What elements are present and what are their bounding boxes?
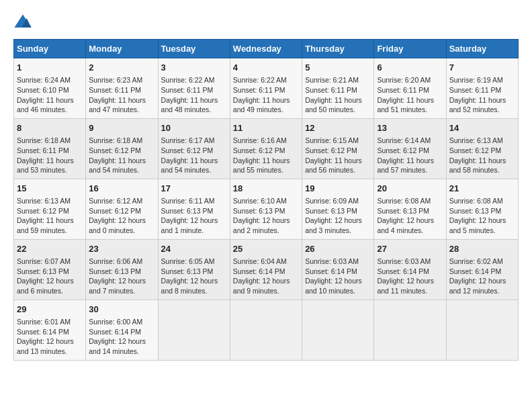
day-detail: Sunrise: 6:24 AMSunset: 6:10 PMDaylight:… <box>17 75 83 115</box>
calendar-table: SundayMondayTuesdayWednesdayThursdayFrid… <box>13 39 519 361</box>
calendar-cell <box>302 300 374 360</box>
calendar-body: 1Sunrise: 6:24 AMSunset: 6:10 PMDaylight… <box>14 58 519 361</box>
day-detail: Sunrise: 6:13 AMSunset: 6:12 PMDaylight:… <box>17 196 83 236</box>
day-detail: Sunrise: 6:12 AMSunset: 6:12 PMDaylight:… <box>89 196 154 236</box>
day-number: 17 <box>161 183 227 195</box>
column-header-saturday: Saturday <box>446 40 518 58</box>
day-number: 20 <box>377 183 443 195</box>
day-number: 25 <box>233 243 299 255</box>
calendar-cell: 11Sunrise: 6:16 AMSunset: 6:12 PMDayligh… <box>230 118 302 179</box>
calendar-cell: 9Sunrise: 6:18 AMSunset: 6:12 PMDaylight… <box>86 118 158 179</box>
calendar-cell: 5Sunrise: 6:21 AMSunset: 6:11 PMDaylight… <box>302 58 374 119</box>
calendar-cell: 16Sunrise: 6:12 AMSunset: 6:12 PMDayligh… <box>86 179 158 239</box>
calendar-cell: 13Sunrise: 6:14 AMSunset: 6:12 PMDayligh… <box>374 118 446 179</box>
day-detail: Sunrise: 6:22 AMSunset: 6:11 PMDaylight:… <box>233 75 299 115</box>
calendar-cell <box>158 300 230 360</box>
calendar-cell: 23Sunrise: 6:06 AMSunset: 6:13 PMDayligh… <box>86 239 158 300</box>
day-number: 5 <box>305 62 371 74</box>
day-detail: Sunrise: 6:18 AMSunset: 6:11 PMDaylight:… <box>17 136 83 175</box>
calendar-cell <box>230 300 302 360</box>
calendar-cell: 19Sunrise: 6:09 AMSunset: 6:13 PMDayligh… <box>302 179 374 239</box>
calendar-week-row: 29Sunrise: 6:01 AMSunset: 6:14 PMDayligh… <box>14 300 519 360</box>
day-detail: Sunrise: 6:08 AMSunset: 6:13 PMDaylight:… <box>449 196 515 236</box>
day-detail: Sunrise: 6:04 AMSunset: 6:14 PMDaylight:… <box>233 257 299 296</box>
day-detail: Sunrise: 6:15 AMSunset: 6:12 PMDaylight:… <box>305 136 371 175</box>
calendar-cell: 1Sunrise: 6:24 AMSunset: 6:10 PMDaylight… <box>14 58 86 119</box>
day-number: 26 <box>305 243 371 255</box>
calendar-cell: 8Sunrise: 6:18 AMSunset: 6:11 PMDaylight… <box>14 118 86 179</box>
day-number: 13 <box>377 122 443 134</box>
column-header-monday: Monday <box>86 40 158 58</box>
day-number: 18 <box>233 183 299 195</box>
day-detail: Sunrise: 6:13 AMSunset: 6:12 PMDaylight:… <box>449 136 515 175</box>
day-number: 28 <box>449 243 515 255</box>
day-detail: Sunrise: 6:08 AMSunset: 6:13 PMDaylight:… <box>377 196 443 236</box>
calendar-cell: 6Sunrise: 6:20 AMSunset: 6:11 PMDaylight… <box>374 58 446 119</box>
page-header <box>13 13 519 32</box>
day-number: 6 <box>377 62 443 74</box>
calendar-cell: 3Sunrise: 6:22 AMSunset: 6:11 PMDaylight… <box>158 58 230 119</box>
day-detail: Sunrise: 6:09 AMSunset: 6:13 PMDaylight:… <box>305 196 371 236</box>
calendar-week-row: 8Sunrise: 6:18 AMSunset: 6:11 PMDaylight… <box>14 118 519 179</box>
day-number: 27 <box>377 243 443 255</box>
day-detail: Sunrise: 6:16 AMSunset: 6:12 PMDaylight:… <box>233 136 299 175</box>
calendar-week-row: 1Sunrise: 6:24 AMSunset: 6:10 PMDaylight… <box>14 58 519 119</box>
day-number: 30 <box>89 304 154 316</box>
day-number: 1 <box>17 62 83 74</box>
column-header-wednesday: Wednesday <box>230 40 302 58</box>
day-detail: Sunrise: 6:03 AMSunset: 6:14 PMDaylight:… <box>305 257 371 296</box>
calendar-cell: 12Sunrise: 6:15 AMSunset: 6:12 PMDayligh… <box>302 118 374 179</box>
day-detail: Sunrise: 6:00 AMSunset: 6:14 PMDaylight:… <box>89 317 154 357</box>
column-header-tuesday: Tuesday <box>158 40 230 58</box>
day-number: 10 <box>161 122 227 134</box>
calendar-week-row: 15Sunrise: 6:13 AMSunset: 6:12 PMDayligh… <box>14 179 519 239</box>
day-detail: Sunrise: 6:18 AMSunset: 6:12 PMDaylight:… <box>89 136 154 175</box>
day-number: 11 <box>233 122 299 134</box>
calendar-cell: 14Sunrise: 6:13 AMSunset: 6:12 PMDayligh… <box>446 118 518 179</box>
logo-icon <box>13 13 32 32</box>
calendar-cell: 17Sunrise: 6:11 AMSunset: 6:13 PMDayligh… <box>158 179 230 239</box>
day-detail: Sunrise: 6:21 AMSunset: 6:11 PMDaylight:… <box>305 75 371 115</box>
day-number: 19 <box>305 183 371 195</box>
day-detail: Sunrise: 6:01 AMSunset: 6:14 PMDaylight:… <box>17 317 83 357</box>
day-detail: Sunrise: 6:03 AMSunset: 6:14 PMDaylight:… <box>377 257 443 296</box>
day-number: 4 <box>233 62 299 74</box>
day-detail: Sunrise: 6:17 AMSunset: 6:12 PMDaylight:… <box>161 136 227 175</box>
calendar-cell: 4Sunrise: 6:22 AMSunset: 6:11 PMDaylight… <box>230 58 302 119</box>
day-number: 21 <box>449 183 515 195</box>
day-detail: Sunrise: 6:05 AMSunset: 6:13 PMDaylight:… <box>161 257 227 296</box>
column-header-friday: Friday <box>374 40 446 58</box>
day-detail: Sunrise: 6:11 AMSunset: 6:13 PMDaylight:… <box>161 196 227 236</box>
day-detail: Sunrise: 6:10 AMSunset: 6:13 PMDaylight:… <box>233 196 299 236</box>
day-detail: Sunrise: 6:02 AMSunset: 6:14 PMDaylight:… <box>449 257 515 296</box>
day-number: 2 <box>89 62 154 74</box>
day-detail: Sunrise: 6:06 AMSunset: 6:13 PMDaylight:… <box>89 257 154 296</box>
column-header-thursday: Thursday <box>302 40 374 58</box>
calendar-cell: 24Sunrise: 6:05 AMSunset: 6:13 PMDayligh… <box>158 239 230 300</box>
calendar-cell: 10Sunrise: 6:17 AMSunset: 6:12 PMDayligh… <box>158 118 230 179</box>
day-number: 16 <box>89 183 154 195</box>
calendar-cell: 15Sunrise: 6:13 AMSunset: 6:12 PMDayligh… <box>14 179 86 239</box>
calendar-cell: 22Sunrise: 6:07 AMSunset: 6:13 PMDayligh… <box>14 239 86 300</box>
calendar-cell: 25Sunrise: 6:04 AMSunset: 6:14 PMDayligh… <box>230 239 302 300</box>
calendar-cell: 27Sunrise: 6:03 AMSunset: 6:14 PMDayligh… <box>374 239 446 300</box>
day-number: 24 <box>161 243 227 255</box>
day-detail: Sunrise: 6:19 AMSunset: 6:11 PMDaylight:… <box>449 75 515 115</box>
day-detail: Sunrise: 6:23 AMSunset: 6:11 PMDaylight:… <box>89 75 154 115</box>
day-number: 15 <box>17 183 83 195</box>
calendar-cell: 21Sunrise: 6:08 AMSunset: 6:13 PMDayligh… <box>446 179 518 239</box>
calendar-cell: 26Sunrise: 6:03 AMSunset: 6:14 PMDayligh… <box>302 239 374 300</box>
day-number: 7 <box>449 62 515 74</box>
day-number: 22 <box>17 243 83 255</box>
day-number: 8 <box>17 122 83 134</box>
day-detail: Sunrise: 6:22 AMSunset: 6:11 PMDaylight:… <box>161 75 227 115</box>
column-header-sunday: Sunday <box>14 40 86 58</box>
calendar-cell: 7Sunrise: 6:19 AMSunset: 6:11 PMDaylight… <box>446 58 518 119</box>
calendar-cell <box>446 300 518 360</box>
day-detail: Sunrise: 6:07 AMSunset: 6:13 PMDaylight:… <box>17 257 83 296</box>
calendar-cell: 20Sunrise: 6:08 AMSunset: 6:13 PMDayligh… <box>374 179 446 239</box>
calendar-cell <box>374 300 446 360</box>
day-number: 14 <box>449 122 515 134</box>
day-number: 23 <box>89 243 154 255</box>
calendar-cell: 29Sunrise: 6:01 AMSunset: 6:14 PMDayligh… <box>14 300 86 360</box>
